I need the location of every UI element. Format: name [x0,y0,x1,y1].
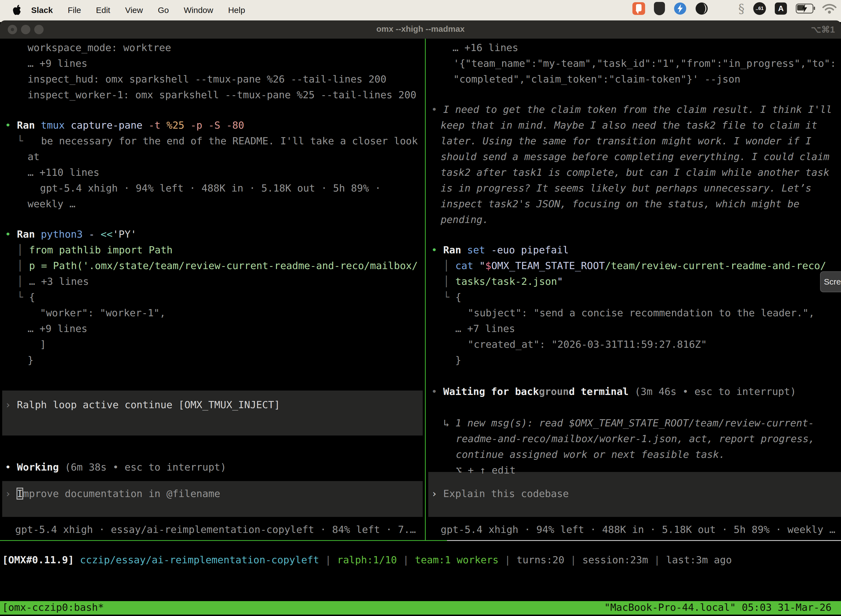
scrollback-line: inspect_worker-1: omx sparkshell --tmux-… [28,87,416,103]
reasoning-line: pending. [441,212,488,227]
code-line: │ from pathlib import Path [17,242,173,258]
edit-hint-line: ⌥ + ↑ edit [456,462,516,478]
command-output-line: } [455,352,462,368]
terminal-content: workspace_mode: worktree… +9 linesinspec… [0,0,841,616]
command-line: • Ran tmux capture-pane -t %25 -p -S -80 [5,117,244,133]
prompt-text-right[interactable]: › Explain this codebase [431,486,569,502]
reasoning-line: inspect task2's JSON, focusing on the st… [441,196,799,212]
command-output-line: … +110 lines [28,164,99,180]
scrollback-line: workspace_mode: worktree [28,40,171,56]
reasoning-line: • I need to get the claim token from the… [431,101,832,117]
prompt-text-left[interactable]: › Improve documentation in @filename [5,486,220,502]
command-output-line: gpt-5.4 xhigh · 94% left · 488K in · 5.1… [40,180,381,196]
tmux-session-label: [omx-cczip0:bash* [2,600,104,615]
screen: Slack File Edit View Go Window Help § ..… [0,0,841,616]
command-output-line: "subject": "send a concise recommendatio… [468,305,815,321]
mailbox-message-line: ↳ 1 new msg(s): read $OMX_TEAM_STATE_ROO… [443,415,814,431]
waiting-status-line: • Waiting for background terminal (3m 46… [431,384,796,399]
screen-tooltip: Scre [820,271,841,292]
scrollback-line: '{"team_name":"my-team","task_id":"1","f… [453,56,836,71]
code-line: │ … +3 lines [17,273,89,289]
command-output-line: "worker": "worker-1", [40,305,166,321]
model-status-left: gpt-5.4 xhigh · essay/ai-reimplementatio… [15,522,416,537]
scrollback-line: inspect_hud: omx sparkshell --tmux-pane … [28,71,386,87]
command-output-line: └ { [17,289,35,305]
command-output-line: } [28,352,34,368]
command-output-line: … +7 lines [455,321,515,336]
command-output-line: … +9 lines [28,321,88,336]
scrollback-line: … +9 lines [28,56,88,71]
reasoning-line: keep that in mind. Maybe I also need the… [441,117,817,133]
mailbox-message-line: continue assigned work or next feasible … [456,447,725,462]
reasoning-line: is in progress? It seems likely but perh… [441,180,812,196]
command-output-line: at [28,149,40,164]
text-cursor: I [17,488,23,499]
scrollback-line: "completed","claim_token":"claim-token"}… [453,71,740,87]
screen-tooltip-label: Scre [824,277,841,286]
reasoning-line: task2 after task1 is complete, but can I… [441,164,829,180]
ralph-status-line: › Ralph loop active continue [OMX_TMUX_I… [5,397,280,413]
command-line: │ tasks/task-2.json" [443,273,563,289]
command-line: │ cat "$OMX_TEAM_STATE_ROOT/team/review-… [443,258,826,273]
tmux-host-time: "MacBook-Pro-44.local" 05:03 31-Mar-26 [604,600,832,615]
reasoning-line: later. Using the same for transition mig… [441,133,812,149]
command-line: • Ran python3 - <<'PY' [5,226,136,242]
working-status-line: • Working (6m 38s • esc to interrupt) [5,459,226,475]
command-output-line: weekly … [28,196,75,212]
command-output-line: "created_at": "2026-03-31T11:59:27.816Z" [468,336,707,352]
omx-status-line: [OMX#0.11.9] cczip/essay/ai-reimplementa… [2,552,732,568]
mailbox-message-line: readme-and-reco/mailbox/worker-1.json, a… [456,431,815,447]
code-line: │ p = Path('.omx/state/team/review-curre… [17,258,418,273]
model-status-right: gpt-5.4 xhigh · 94% left · 488K in · 5.1… [441,522,835,537]
command-line: • Ran set -euo pipefail [431,242,569,258]
scrollback-line: … +16 lines [453,40,518,56]
reasoning-line: should send a message before completing … [441,149,829,164]
command-output-line: ] [40,336,46,352]
command-output-line: └ { [443,289,462,305]
command-output-line: └ be necessary for the end of the README… [17,133,418,149]
